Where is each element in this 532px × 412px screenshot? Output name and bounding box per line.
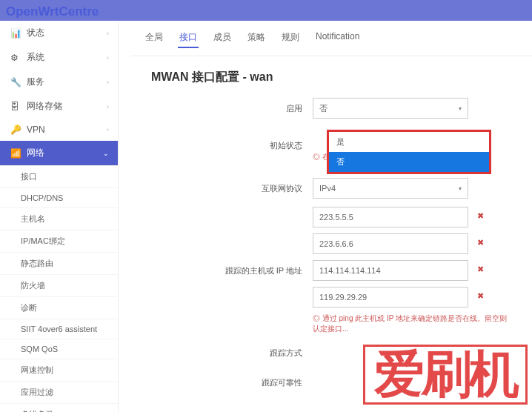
label-enable: 启用 bbox=[151, 103, 313, 114]
submenu-item-9[interactable]: 网速控制 bbox=[0, 359, 118, 382]
chevron-right-icon: › bbox=[107, 126, 109, 133]
sidebar: 📊状态›⚙系统›🔧服务›🗄网络存储›🔑VPN›📶网络⌄ 接口DHCP/DNS主机… bbox=[0, 21, 119, 412]
track-ip-input-1[interactable] bbox=[313, 233, 468, 254]
label-track: 跟踪的主机或 IP 地址 bbox=[151, 265, 313, 276]
track-ip-input-0[interactable] bbox=[313, 207, 468, 227]
label-initstate: 初始状态 bbox=[151, 140, 313, 151]
chevron-right-icon: › bbox=[107, 103, 109, 110]
label-proto: 互联网协议 bbox=[151, 183, 313, 194]
submenu-item-2[interactable]: 主机名 bbox=[0, 208, 118, 230]
chevron-right-icon: › bbox=[107, 79, 109, 86]
submenu-item-6[interactable]: 诊断 bbox=[0, 297, 118, 319]
sidebar-icon: ⚙ bbox=[10, 53, 21, 63]
delete-icon[interactable]: ✖ bbox=[477, 291, 484, 301]
content-area: 全局接口成员策略规则Notification MWAN 接口配置 - wan 启… bbox=[130, 21, 532, 412]
tab-5[interactable]: Notification bbox=[314, 28, 361, 48]
submenu-item-1[interactable]: DHCP/DNS bbox=[0, 188, 118, 208]
sidebar-label: 网络存储 bbox=[27, 100, 62, 113]
tab-1[interactable]: 接口 bbox=[178, 28, 199, 48]
sidebar-label: 状态 bbox=[27, 27, 44, 39]
submenu-item-8[interactable]: SQM QoS bbox=[0, 339, 118, 359]
sidebar-icon: 🔑 bbox=[10, 124, 21, 135]
tab-0[interactable]: 全局 bbox=[144, 28, 164, 48]
sidebar-item-1[interactable]: ⚙系统› bbox=[0, 45, 118, 70]
delete-icon[interactable]: ✖ bbox=[477, 238, 484, 247]
tab-2[interactable]: 成员 bbox=[212, 28, 233, 48]
caret-down-icon: ▾ bbox=[459, 105, 462, 112]
sidebar-label: VPN bbox=[27, 124, 45, 135]
sidebar-icon: 🔧 bbox=[10, 77, 21, 87]
submenu-item-4[interactable]: 静态路由 bbox=[0, 253, 118, 275]
sidebar-item-5[interactable]: 📶网络⌄ bbox=[0, 141, 118, 165]
caret-down-icon: ▾ bbox=[459, 185, 462, 192]
sidebar-label: 服务 bbox=[27, 76, 44, 88]
sidebar-item-2[interactable]: 🔧服务› bbox=[0, 70, 118, 94]
track-ip-input-2[interactable] bbox=[313, 260, 468, 281]
chevron-down-icon: ⌄ bbox=[103, 150, 109, 157]
submenu-item-10[interactable]: 应用过滤 bbox=[0, 382, 118, 404]
submenu-item-0[interactable]: 接口 bbox=[0, 166, 118, 188]
chevron-right-icon: › bbox=[107, 54, 109, 62]
sidebar-item-3[interactable]: 🗄网络存储› bbox=[0, 94, 118, 119]
tab-3[interactable]: 策略 bbox=[246, 28, 267, 48]
sidebar-icon: 🗄 bbox=[10, 102, 21, 112]
tab-4[interactable]: 规则 bbox=[280, 28, 301, 48]
hint-track: ◎ 通过 ping 此主机或 IP 地址来确定链路是否在线。留空则认定接口... bbox=[313, 313, 511, 334]
submenu-item-5[interactable]: 防火墙 bbox=[0, 275, 118, 297]
app-logo: OpenWrtCentre bbox=[6, 4, 99, 19]
sidebar-item-0[interactable]: 📊状态› bbox=[0, 21, 118, 45]
option-yes[interactable]: 是 bbox=[329, 132, 489, 152]
select-proto[interactable]: IPv4▾ bbox=[313, 178, 468, 199]
delete-icon[interactable]: ✖ bbox=[477, 211, 484, 221]
label-reliab: 跟踪可靠性 bbox=[151, 377, 313, 388]
sidebar-icon: 📊 bbox=[10, 28, 21, 39]
page-title: MWAN 接口配置 - wan bbox=[130, 56, 532, 93]
submenu-item-3[interactable]: IP/MAC绑定 bbox=[0, 230, 118, 253]
sidebar-icon: 📶 bbox=[10, 148, 21, 159]
sidebar-item-4[interactable]: 🔑VPN› bbox=[0, 119, 118, 141]
label-method: 跟踪方式 bbox=[151, 348, 313, 359]
delete-icon[interactable]: ✖ bbox=[477, 265, 484, 274]
dropdown-enable-open: 是 否 bbox=[327, 130, 491, 174]
option-no[interactable]: 否 bbox=[329, 152, 489, 172]
track-ip-input-3[interactable] bbox=[313, 287, 468, 308]
sidebar-label: 系统 bbox=[27, 51, 44, 64]
submenu-item-7[interactable]: SIIT 4over6 assistent bbox=[0, 319, 118, 339]
submenu-item-11[interactable]: 多线多拨 bbox=[0, 404, 118, 412]
chevron-right-icon: › bbox=[107, 30, 109, 37]
tab-bar: 全局接口成员策略规则Notification bbox=[130, 21, 532, 56]
sidebar-label: 网络 bbox=[27, 147, 44, 159]
select-enable[interactable]: 否▾ bbox=[313, 98, 468, 119]
